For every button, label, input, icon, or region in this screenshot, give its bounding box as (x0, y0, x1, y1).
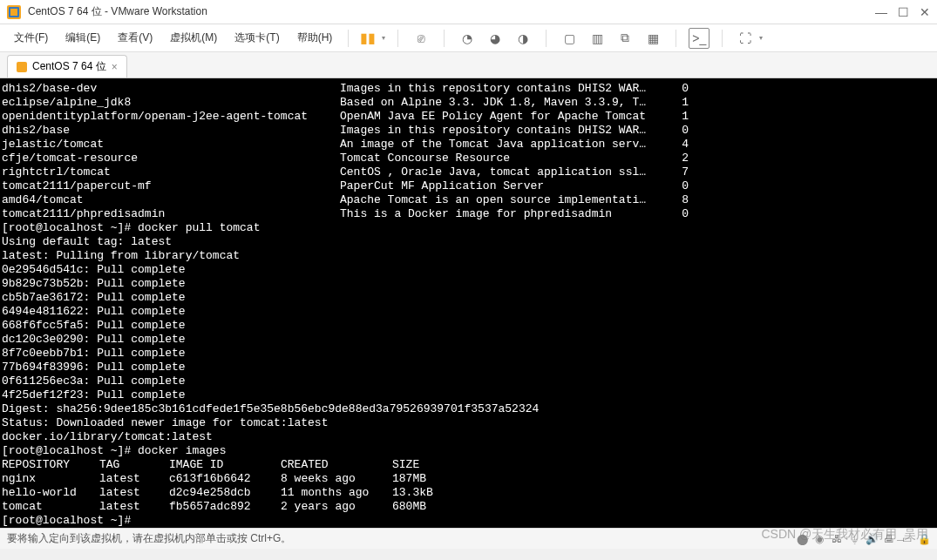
snapshot-manage-icon[interactable]: ◕ (485, 28, 506, 49)
lock-icon[interactable]: 🔒 (918, 533, 930, 545)
window-title: CentOS 7 64 位 - VMware Workstation (28, 4, 875, 19)
separator (722, 30, 723, 47)
view-icon[interactable]: ▦ (642, 28, 663, 49)
menu-file[interactable]: 文件(F) (7, 27, 55, 49)
menu-vm[interactable]: 虚拟机(M) (163, 27, 224, 49)
status-icons: ⬤ ◉ 🖧 ⏚ 🔊 🖶 ▭ 🔒 (291, 533, 930, 545)
display-icon[interactable]: ▭ (900, 533, 913, 545)
title-bar: CentOS 7 64 位 - VMware Workstation — ☐ ✕ (0, 0, 937, 24)
tab-bar: CentOS 7 64 位 × (0, 52, 937, 78)
console-icon[interactable]: >_ (689, 28, 710, 49)
menu-tabs[interactable]: 选项卡(T) (227, 27, 286, 49)
separator (546, 30, 547, 47)
printer-icon[interactable]: 🖶 (883, 533, 895, 545)
status-text: 要将输入定向到该虚拟机，请在虚拟机内部单击或按 Ctrl+G。 (7, 531, 291, 546)
snapshot-revert-icon[interactable]: ◑ (513, 28, 533, 49)
terminal[interactable]: dhis2/base-devImages in this repository … (0, 78, 937, 528)
menu-bar: 文件(F) 编辑(E) 查看(V) 虚拟机(M) 选项卡(T) 帮助(H) ▮▮… (0, 24, 937, 52)
fullscreen-icon[interactable]: ⛶ (735, 28, 756, 49)
net-icon[interactable]: 🖧 (831, 533, 843, 545)
send-key-icon[interactable]: ⎚ (411, 28, 431, 49)
tab-close-icon[interactable]: × (112, 61, 118, 73)
tab-centos[interactable]: CentOS 7 64 位 × (7, 55, 127, 78)
status-bar: 要将输入定向到该虚拟机，请在虚拟机内部单击或按 Ctrl+G。 ⬤ ◉ 🖧 ⏚ … (0, 528, 937, 549)
multi-window-icon[interactable]: ▥ (587, 28, 608, 49)
separator (348, 30, 349, 47)
separator (676, 30, 676, 47)
dropdown-icon[interactable]: ▾ (759, 34, 763, 42)
dropdown-icon[interactable]: ▾ (382, 34, 385, 42)
menu-view[interactable]: 查看(V) (111, 27, 160, 49)
minimize-icon[interactable]: — (875, 5, 887, 19)
sound-icon[interactable]: 🔊 (866, 533, 878, 545)
vmware-logo-icon (7, 5, 21, 19)
unity-icon[interactable]: ⧉ (614, 28, 635, 49)
usb-icon[interactable]: ⏚ (848, 533, 860, 545)
toolbar: ▮▮ ▾ ⎚ ◔ ◕ ◑ ▢ ▥ ⧉ ▦ >_ ⛶ ▾ (357, 28, 763, 49)
menu-help[interactable]: 帮助(H) (290, 27, 340, 49)
vm-icon (17, 62, 27, 72)
cd-icon[interactable]: ◉ (813, 533, 825, 545)
menu-edit[interactable]: 编辑(E) (58, 27, 107, 49)
close-icon[interactable]: ✕ (920, 5, 930, 19)
tab-label: CentOS 7 64 位 (32, 59, 106, 74)
snapshot-icon[interactable]: ◔ (457, 28, 478, 49)
separator (444, 30, 445, 47)
separator (397, 30, 398, 47)
single-window-icon[interactable]: ▢ (559, 28, 580, 49)
window-controls: — ☐ ✕ (875, 5, 930, 19)
pause-icon[interactable]: ▮▮ (357, 28, 378, 49)
disk-icon[interactable]: ⬤ (796, 533, 808, 545)
maximize-icon[interactable]: ☐ (898, 5, 909, 19)
